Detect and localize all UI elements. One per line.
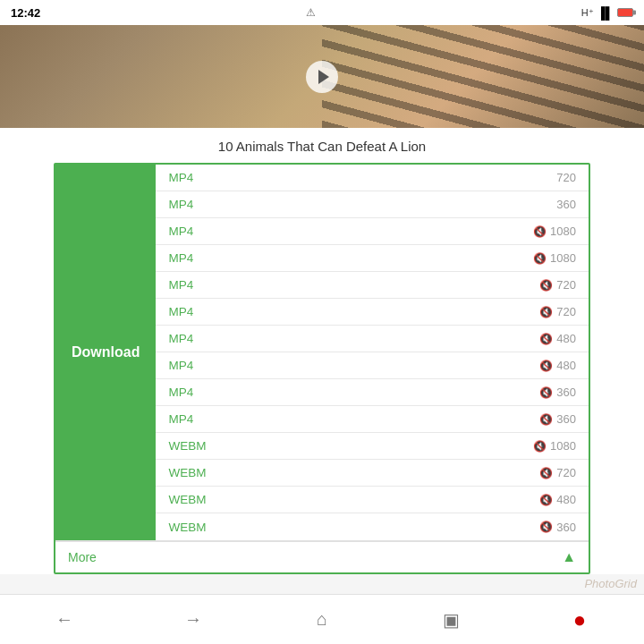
back-icon: ← xyxy=(55,609,73,630)
format-row[interactable]: WEBM 🔇 360 xyxy=(156,513,589,540)
download-button[interactable]: Download xyxy=(55,165,156,540)
format-list: MP4 720 MP4 360 MP4 🔇 1080 MP4 🔇 1080 xyxy=(156,165,589,540)
format-row[interactable]: MP4 🔇 480 xyxy=(156,326,589,352)
format-row[interactable]: WEBM 🔇 480 xyxy=(156,487,589,513)
back-button[interactable]: ← xyxy=(42,602,87,638)
play-button[interactable] xyxy=(306,61,338,93)
mute-icon: 🔇 xyxy=(533,225,547,238)
video-thumbnail[interactable] xyxy=(0,25,644,128)
alert-icon: ⚠ xyxy=(306,6,316,19)
more-button[interactable]: More ▲ xyxy=(55,541,589,572)
tiger-pattern xyxy=(322,25,644,128)
mute-icon: 🔇 xyxy=(533,252,547,265)
format-row[interactable]: MP4 360 xyxy=(156,191,589,218)
format-row[interactable]: WEBM 🔇 1080 xyxy=(156,433,589,460)
mute-icon: 🔇 xyxy=(539,467,553,479)
format-row[interactable]: MP4 🔇 360 xyxy=(156,379,589,406)
mute-icon: 🔇 xyxy=(539,413,553,426)
mute-icon: 🔇 xyxy=(539,360,553,372)
format-row[interactable]: MP4 🔇 480 xyxy=(156,352,589,379)
forward-button[interactable]: → xyxy=(171,602,216,638)
mute-icon: 🔇 xyxy=(539,521,553,533)
format-row[interactable]: MP4 🔇 360 xyxy=(156,406,589,433)
format-row[interactable]: MP4 🔇 720 xyxy=(156,272,589,299)
format-row[interactable]: WEBM 🔇 720 xyxy=(156,460,589,487)
format-row[interactable]: MP4 720 xyxy=(156,165,589,191)
bookmark-icon: ▣ xyxy=(443,609,460,631)
format-row[interactable]: MP4 🔇 1080 xyxy=(156,218,589,245)
status-icons: H⁺ ▐▌ xyxy=(581,6,633,20)
main-content: 10 Animals That Can Defeat A Lion Downlo… xyxy=(0,128,644,574)
mute-icon: 🔇 xyxy=(539,333,553,345)
mute-icon: 🔇 xyxy=(539,494,553,506)
status-bar: 12:42 ⚠ H⁺ ▐▌ xyxy=(0,0,644,25)
status-time: 12:42 xyxy=(11,6,40,20)
chevron-up-icon: ▲ xyxy=(562,549,576,565)
bookmark-button[interactable]: ▣ xyxy=(428,602,473,638)
mute-icon: 🔇 xyxy=(539,386,553,399)
home-icon: ⌂ xyxy=(317,609,327,630)
download-panel: Download MP4 720 MP4 360 MP4 🔇 1080 xyxy=(54,163,590,574)
forward-icon: → xyxy=(184,609,202,630)
mute-icon: 🔇 xyxy=(533,440,547,453)
mute-icon: 🔇 xyxy=(539,306,553,318)
menu-icon: ● xyxy=(573,607,587,632)
menu-button[interactable]: ● xyxy=(557,602,602,638)
more-label: More xyxy=(68,550,97,564)
battery-icon xyxy=(617,8,633,17)
format-row[interactable]: MP4 🔇 720 xyxy=(156,299,589,326)
signal-bars-icon: ▐▌ xyxy=(597,6,614,20)
mute-icon: 🔇 xyxy=(539,279,553,292)
network-icon: H⁺ xyxy=(581,7,594,19)
home-button[interactable]: ⌂ xyxy=(300,602,344,638)
watermark: PhotoGrid xyxy=(584,577,637,590)
bottom-nav: ← → ⌂ ▣ ● xyxy=(0,594,644,644)
video-title: 10 Animals That Can Defeat A Lion xyxy=(0,128,644,163)
format-row[interactable]: MP4 🔇 1080 xyxy=(156,245,589,272)
download-main-row: Download MP4 720 MP4 360 MP4 🔇 1080 xyxy=(55,165,589,541)
